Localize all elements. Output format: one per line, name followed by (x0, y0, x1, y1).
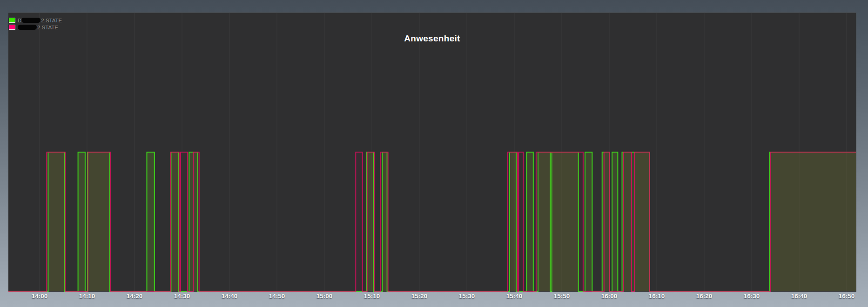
green-series-swatch (9, 18, 15, 23)
x-axis-tick-label: 15:00 (316, 293, 333, 300)
legend-label-green: D 2.STATE (18, 18, 62, 23)
legend-label-prefix: D (18, 18, 21, 23)
x-axis-tick-label: 14:30 (174, 293, 190, 300)
magenta-series-swatch (9, 25, 15, 30)
presence-chart-panel[interactable]: D 2.STATE 2.STATE Anwesenheit (8, 13, 856, 292)
x-axis-tick-label: 15:40 (506, 293, 523, 300)
legend-item-magenta: 2.STATE (9, 24, 62, 30)
x-axis-tick-label: 16:50 (839, 293, 855, 300)
x-axis-tick-label: 15:10 (364, 293, 380, 300)
x-axis-tick-label: 14:40 (222, 293, 238, 300)
legend-item-green: D 2.STATE (9, 17, 62, 23)
x-axis-tick-label: 16:10 (649, 293, 665, 300)
chart-title: Anwesenheit (404, 33, 460, 44)
plot-area[interactable] (8, 13, 856, 292)
x-axis-tick-label: 14:10 (79, 293, 95, 300)
legend-label-magenta: 2.STATE (18, 25, 58, 30)
legend: D 2.STATE 2.STATE (9, 17, 62, 31)
x-axis-tick-label: 15:50 (554, 293, 570, 300)
redaction-blob (18, 25, 37, 30)
x-axis-tick-label: 16:30 (744, 293, 760, 300)
x-axis-tick-label: 15:30 (459, 293, 475, 300)
x-axis-tick-label: 16:00 (601, 293, 618, 300)
magenta-state-series (8, 152, 856, 291)
x-axis: 14:0014:1014:2014:3014:4014:5015:0015:10… (0, 292, 868, 307)
legend-label-text: 2.STATE (41, 18, 62, 23)
redaction-blob (21, 18, 40, 23)
x-axis-tick-label: 14:20 (127, 293, 143, 300)
x-axis-tick-label: 14:50 (269, 293, 285, 300)
x-axis-tick-label: 15:20 (411, 293, 428, 300)
dashboard-background: { "chart_data": { "type": "area", "subty… (0, 0, 868, 307)
x-axis-tick-label: 16:40 (791, 293, 807, 300)
green-state-series (8, 152, 856, 291)
x-axis-tick-label: 16:20 (696, 293, 713, 300)
x-axis-tick-label: 14:00 (32, 293, 48, 300)
legend-label-text: 2.STATE (37, 25, 58, 30)
